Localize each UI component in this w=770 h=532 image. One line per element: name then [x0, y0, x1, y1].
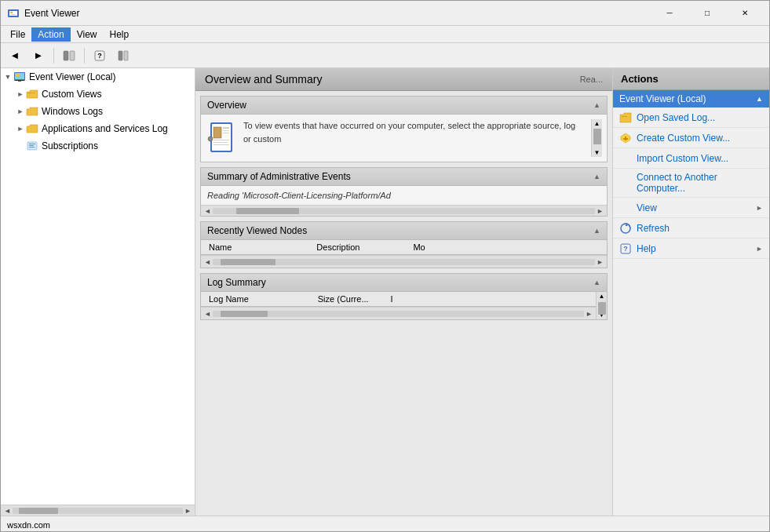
help-toolbar-button[interactable]: ? — [89, 46, 111, 65]
col-name: Name — [206, 242, 235, 253]
svg-rect-34 — [623, 138, 628, 140]
import-custom-view-label: Import Custom View... — [637, 153, 763, 164]
tree-item-event-viewer-local[interactable]: ▼ Event Viewer (Local) — [1, 68, 195, 86]
svg-rect-24 — [223, 127, 229, 129]
overview-vscroll-thumb[interactable] — [593, 129, 601, 144]
col-log-size: Size (Curre... — [315, 293, 372, 304]
left-hscroll-left-arrow[interactable]: ◄ — [2, 507, 13, 515]
svg-rect-4 — [64, 51, 68, 60]
nodes-hscroll-left[interactable]: ◄ — [203, 258, 213, 266]
log-hscroll-left[interactable]: ◄ — [203, 310, 213, 318]
admin-hscroll-right[interactable]: ► — [595, 207, 605, 215]
nodes-hscroll-right[interactable]: ► — [595, 258, 605, 266]
col-mo: Mo — [410, 242, 428, 253]
tree-item-windows-logs[interactable]: ► Windows Logs — [1, 103, 195, 120]
overview-collapse-arrow: ▲ — [593, 101, 600, 109]
tree-item-apps-services-logs[interactable]: ► Applications and Services Log — [1, 120, 195, 137]
import-custom-view-icon — [619, 152, 632, 165]
expand-arrow-custom-views: ► — [15, 90, 26, 98]
close-button[interactable]: ✕ — [727, 4, 763, 23]
admin-hscroll-left[interactable]: ◄ — [203, 207, 213, 215]
collapse-button[interactable] — [112, 46, 134, 65]
center-panel-header: Overview and Summary Rea... — [195, 68, 612, 91]
open-saved-log-label: Open Saved Log... — [637, 112, 763, 123]
center-reading-text: Rea... — [580, 75, 603, 84]
overview-vscroll[interactable]: ▲ ▼ — [591, 119, 602, 157]
admin-hscroll-track[interactable] — [213, 208, 595, 214]
action-import-custom-view[interactable]: Import Custom View... — [613, 148, 769, 169]
recently-viewed-section: Recently Viewed Nodes ▲ Name Description… — [200, 221, 608, 268]
actions-section-header[interactable]: Event Viewer (Local) ▲ — [613, 90, 769, 107]
svg-rect-17 — [29, 144, 35, 144]
apps-services-icon — [26, 122, 38, 135]
tree-label-event-viewer-local: Event Viewer (Local) — [29, 71, 116, 82]
tree-label-subscriptions: Subscriptions — [42, 140, 98, 151]
overview-book-icon — [206, 119, 237, 157]
log-summary-section-header[interactable]: Log Summary ▲ — [201, 274, 607, 292]
svg-rect-3 — [10, 14, 16, 15]
admin-hscroll-thumb[interactable] — [236, 208, 299, 214]
svg-rect-8 — [119, 51, 122, 60]
overview-vscroll-down[interactable]: ▼ — [593, 148, 601, 157]
recently-viewed-section-header[interactable]: Recently Viewed Nodes ▲ — [201, 222, 607, 240]
action-help[interactable]: ? Help ► — [613, 239, 769, 259]
action-open-saved-log[interactable]: Open Saved Log... — [613, 107, 769, 128]
log-hscrollbar[interactable]: ◄ ► — [201, 307, 596, 319]
nodes-hscroll-track[interactable] — [213, 259, 595, 265]
svg-rect-5 — [70, 51, 75, 60]
overview-section-header[interactable]: Overview ▲ — [201, 97, 607, 115]
toolbar-separator-2 — [84, 48, 85, 64]
connect-computer-label: Connect to Another Computer... — [637, 172, 763, 194]
svg-rect-18 — [29, 145, 34, 146]
action-create-custom-view[interactable]: Create Custom View... — [613, 128, 769, 148]
toolbar-separator-1 — [53, 48, 54, 64]
left-panel-hscrollbar[interactable]: ◄ ► — [1, 505, 195, 516]
log-hscroll-thumb[interactable] — [221, 311, 268, 317]
window-title: Event Viewer — [24, 8, 651, 19]
log-hscroll-track[interactable] — [213, 311, 584, 317]
back-button[interactable]: ◄ — [4, 46, 26, 65]
admin-events-section-header[interactable]: Summary of Administrative Events ▲ — [201, 168, 607, 186]
action-view[interactable]: View ► — [613, 198, 769, 218]
log-summary-collapse-arrow: ▲ — [593, 279, 600, 286]
recently-viewed-body: Name Description Mo ◄ ► — [201, 240, 607, 268]
menu-help[interactable]: Help — [104, 27, 136, 42]
log-vscroll[interactable]: ▲ ▼ — [596, 292, 607, 319]
forward-button[interactable]: ► — [27, 46, 49, 65]
admin-events-collapse-arrow: ▲ — [593, 173, 600, 180]
overview-vscroll-track[interactable] — [593, 128, 602, 148]
action-refresh[interactable]: Refresh — [613, 218, 769, 239]
create-custom-view-label: Create Custom View... — [637, 133, 763, 144]
show-hide-button[interactable] — [58, 46, 80, 65]
menu-view[interactable]: View — [71, 27, 104, 42]
col-log-i: I — [388, 293, 396, 304]
overview-vscroll-up[interactable]: ▲ — [593, 119, 601, 128]
log-vscroll-track[interactable] — [597, 301, 607, 311]
menu-file[interactable]: File — [4, 27, 31, 42]
recently-viewed-table-header: Name Description Mo — [201, 240, 607, 255]
refresh-icon — [619, 222, 632, 235]
right-panel: Actions Event Viewer (Local) ▲ Open Save… — [612, 68, 769, 516]
admin-reading-text: Reading 'Microsoft-Client-Licensing-Plat… — [201, 186, 607, 205]
maximize-button[interactable]: □ — [689, 4, 725, 23]
svg-rect-9 — [124, 51, 128, 60]
left-hscroll-right-arrow[interactable]: ► — [183, 507, 193, 515]
log-vscroll-up[interactable]: ▲ — [598, 292, 606, 301]
log-table-header: Log Name Size (Curre... I — [201, 292, 596, 307]
left-hscroll-track[interactable] — [13, 508, 183, 514]
svg-rect-19 — [29, 147, 35, 148]
nodes-hscrollbar[interactable]: ◄ ► — [201, 255, 607, 268]
admin-hscrollbar[interactable]: ◄ ► — [201, 205, 607, 216]
log-vscroll-thumb[interactable] — [598, 302, 606, 315]
menu-action[interactable]: Action — [31, 27, 70, 42]
minimize-button[interactable]: ─ — [651, 4, 688, 23]
svg-text:?: ? — [623, 245, 628, 253]
tree-item-subscriptions[interactable]: ► Subscriptions — [1, 137, 195, 155]
nodes-hscroll-thumb[interactable] — [221, 259, 276, 265]
log-hscroll-right[interactable]: ► — [584, 310, 594, 318]
tree-item-custom-views[interactable]: ► Custom Views — [1, 86, 195, 103]
col-log-name: Log Name — [206, 293, 252, 304]
action-connect-computer[interactable]: Connect to Another Computer... — [613, 169, 769, 198]
left-hscroll-thumb[interactable] — [19, 508, 58, 514]
overview-text: To view events that have occurred on you… — [243, 119, 585, 157]
